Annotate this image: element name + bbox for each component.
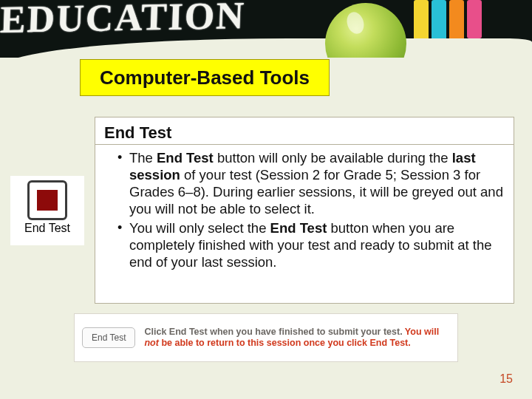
bullet-list: The End Test button will only be availab… [104, 149, 505, 270]
text-bold: End Test [270, 220, 327, 236]
end-test-button[interactable]: End Test [82, 327, 135, 348]
apple-graphic [325, 0, 406, 58]
page-number: 15 [499, 372, 513, 386]
crayon-pink [467, 0, 482, 38]
bullet-1: The End Test button will only be availab… [117, 149, 505, 218]
section-heading: End Test [104, 123, 505, 143]
content-panel: End Test The End Test button will only b… [95, 117, 514, 304]
title-box: Computer-Based Tools [80, 59, 330, 96]
chalk-word: EDUCATION [0, 0, 246, 41]
text: You will only select the [129, 220, 270, 236]
slide: EDUCATION Computer-Based Tools End Test … [0, 0, 532, 399]
text: of your test (Session 2 for Grade 5; Ses… [129, 167, 503, 216]
bullet-2: You will only select the End Test button… [117, 219, 505, 270]
header-banner: EDUCATION [0, 0, 532, 58]
footer-red-text: be able to return to this session once y… [159, 338, 411, 348]
crayon-cyan [432, 0, 446, 44]
slide-title: Computer-Based Tools [100, 66, 310, 89]
header-curve [0, 38, 532, 58]
footer-red-text: You will [405, 327, 439, 337]
divider [95, 144, 514, 145]
text: The [129, 150, 157, 166]
footer-grey-text: Click End Test when you have finished to… [144, 327, 404, 337]
footer-red-italic: not [144, 338, 158, 348]
text: button will only be available during the [214, 150, 452, 166]
footer-example: End Test Click End Test when you have fi… [74, 313, 458, 362]
text-bold: End Test [157, 150, 214, 166]
stop-icon [27, 180, 67, 220]
end-test-icon-label: End Test [10, 222, 84, 235]
footer-warning: Click End Test when you have finished to… [144, 327, 450, 349]
crayon-orange [449, 0, 464, 41]
end-test-icon-card: End Test [10, 176, 84, 245]
